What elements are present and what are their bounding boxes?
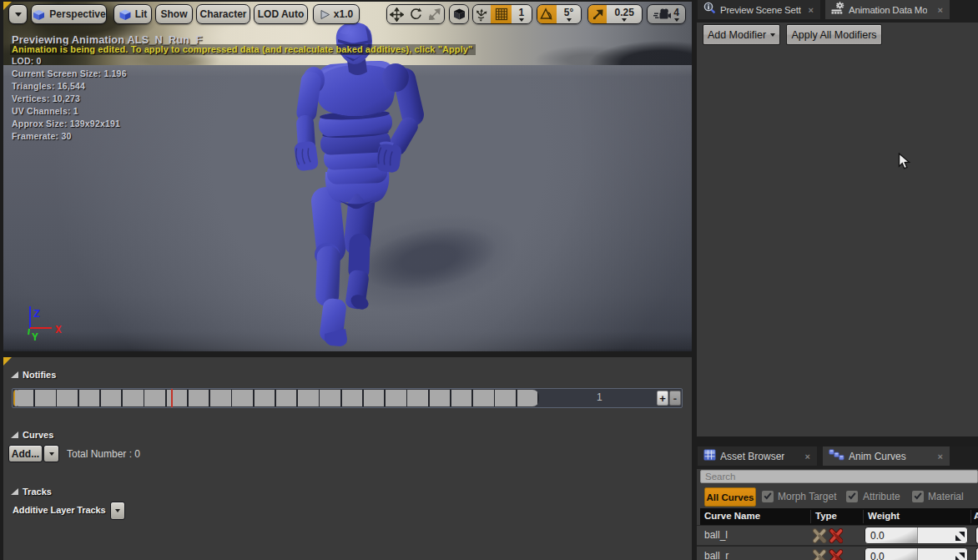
curve-name: ball_l [704, 529, 728, 541]
notifies-title: Notifies [23, 370, 56, 380]
surface-snap-button[interactable] [473, 5, 491, 23]
camera-speed-icon [653, 8, 671, 20]
camera-speed-value: 4 [673, 7, 679, 18]
curves-section-header[interactable]: Curves [11, 430, 53, 440]
grid-snap-toggle[interactable] [491, 5, 511, 23]
material-checkbox[interactable] [912, 491, 924, 502]
perspective-button[interactable]: Perspective [31, 4, 107, 24]
lod-auto-label: LOD Auto [258, 8, 305, 20]
viewport-3d[interactable]: ZXY Previewing Animation ALS_N_Run_F Ani… [3, 2, 692, 351]
playhead[interactable] [171, 389, 173, 407]
notifies-track[interactable]: 1 + - [12, 388, 683, 408]
close-tab-icon[interactable]: × [938, 5, 943, 15]
add-modifier-button[interactable]: Add Modifier [703, 24, 780, 45]
timeline-panel: Notifies 1 + - Curves Add... Total Numbe… [3, 357, 692, 560]
morph-target-checkbox[interactable] [762, 491, 774, 502]
header-weight[interactable]: Weight [868, 511, 900, 521]
playback-speed-button[interactable]: x1.0 [313, 4, 360, 24]
show-label: Show [161, 8, 188, 20]
curves-title: Curves [23, 430, 53, 440]
tab-anim-curves[interactable]: Anim Curves × [823, 446, 950, 466]
lod-auto-button[interactable]: LOD Auto [254, 4, 308, 24]
material-label: Material [928, 491, 964, 502]
coordinate-system-button[interactable] [450, 5, 468, 23]
caret-down-icon [674, 18, 679, 22]
curve-row-ball-l[interactable]: ball_l 0.0 [697, 526, 978, 545]
character-button[interactable]: Character [196, 4, 250, 24]
translate-icon [390, 8, 404, 22]
anim-curves-icon [829, 449, 844, 464]
header-curve-name[interactable]: Curve Name [704, 511, 760, 521]
checkmark-icon [763, 489, 773, 504]
weight-spinbox[interactable]: 0.0 [865, 547, 968, 560]
active-corner-marker [3, 357, 12, 366]
overlay-warning: Animation is being edited. To apply to c… [10, 44, 476, 55]
mouse-cursor [898, 153, 913, 174]
lit-button[interactable]: Lit [113, 4, 152, 24]
play-icon [320, 9, 330, 20]
tab-preview-scene-settings[interactable]: Preview Scene Sett × [698, 0, 820, 19]
morph-target-label: Morph Target [778, 491, 836, 502]
tab-asset-browser[interactable]: Asset Browser × [698, 446, 817, 466]
perspective-icon [32, 8, 46, 21]
caret-down-icon [770, 33, 775, 37]
show-button[interactable]: Show [155, 4, 193, 24]
grid-snap-value-button[interactable]: 1 [512, 5, 532, 23]
notify-frame-cells[interactable] [13, 390, 539, 406]
tracks-section-header[interactable]: Tracks [11, 487, 52, 497]
svg-text:X: X [55, 323, 62, 335]
checkmark-icon [913, 489, 923, 504]
tab-animation-data-modifiers[interactable]: Animation Data Mo × [825, 0, 950, 19]
overlay-stat: Framerate: 30 [12, 131, 71, 141]
rotate-icon [409, 8, 422, 21]
remove-track-button[interactable]: - [669, 391, 681, 406]
column-divider[interactable] [970, 510, 971, 523]
scale-tool-button[interactable] [426, 5, 444, 23]
notify-track-start-marker [13, 390, 17, 406]
additive-tracks-dropdown[interactable] [110, 502, 125, 520]
scale-snap-toggle[interactable] [588, 5, 607, 23]
tab-label: Animation Data Mo [849, 5, 927, 15]
close-tab-icon[interactable]: × [805, 452, 810, 462]
curve-table-header: Curve Name Type Weight A [700, 508, 978, 525]
preview-scene-icon [703, 2, 716, 18]
expand-diagonal-icon[interactable] [955, 552, 965, 560]
add-track-button[interactable]: + [657, 391, 668, 406]
tab-label: Anim Curves [849, 451, 906, 462]
caret-down-icon [567, 18, 572, 22]
add-curve-dropdown[interactable] [43, 445, 59, 462]
weight-value: 0.0 [870, 551, 885, 560]
add-modifier-label: Add Modifier [708, 29, 766, 41]
camera-speed-button[interactable]: 4 [648, 5, 685, 23]
attribute-checkbox[interactable] [846, 491, 858, 502]
overlay-lod: LOD: 0 [12, 56, 42, 66]
playback-speed-label: x1.0 [334, 8, 353, 20]
surface-snap-icon [475, 8, 489, 22]
weight-spinbox[interactable]: 0.0 [865, 527, 968, 544]
all-curves-filter-button[interactable]: All Curves [704, 487, 756, 507]
rotate-tool-button[interactable] [406, 5, 425, 23]
notifies-section-header[interactable]: Notifies [11, 370, 56, 380]
header-auto[interactable]: A [974, 511, 978, 521]
rotation-snap-value-button[interactable]: 5° [557, 5, 581, 23]
add-curve-button[interactable]: Add... [8, 445, 43, 462]
curve-row-ball-r[interactable]: ball_r 0.0 [697, 547, 978, 560]
caret-down-icon [519, 18, 524, 22]
expand-diagonal-icon[interactable] [955, 532, 965, 543]
axis-gizmo: ZXY [22, 300, 68, 347]
scale-icon [428, 8, 441, 21]
scale-snap-group: 0.25 [587, 4, 643, 24]
overlay-stat: UV Channels: 1 [12, 106, 78, 116]
apply-all-modifiers-button[interactable]: Apply All Modifiers [786, 24, 882, 45]
column-divider[interactable] [810, 510, 811, 523]
search-input[interactable] [700, 470, 978, 483]
translate-tool-button[interactable] [387, 5, 406, 23]
scale-snap-value-button[interactable]: 0.25 [607, 5, 642, 23]
anim-curves-panel: Asset Browser × Anim Curves × All Curves… [697, 446, 978, 560]
rotation-snap-toggle[interactable] [537, 5, 557, 23]
column-divider[interactable] [863, 510, 864, 523]
header-type[interactable]: Type [815, 511, 837, 521]
close-tab-icon[interactable]: × [809, 5, 814, 15]
close-tab-icon[interactable]: × [938, 452, 943, 462]
grid-icon [495, 8, 508, 21]
